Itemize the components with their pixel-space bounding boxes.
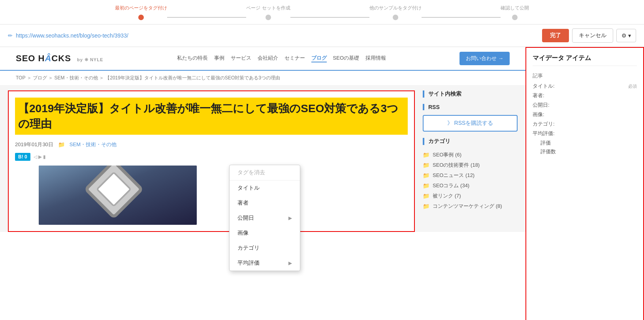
cancel-button[interactable]: キャンセル: [572, 28, 613, 43]
context-menu-category[interactable]: カテゴリ: [230, 241, 300, 256]
category-list: 📁 SEO事例 (6) 📁 SEOの技術要件 (18) 📁 SEOニュース (1…: [423, 150, 518, 211]
nav-link-blog[interactable]: ブログ: [311, 55, 327, 62]
main-layout: SEO HÂCKS by ❊ NYLE 私たちの特長 事例 サービス 会社紹介 …: [0, 47, 644, 320]
progress-step-4: 確認して公開: [501, 5, 529, 20]
rss-button[interactable]: 》 RSSを購読する: [423, 115, 518, 132]
panel-field-image: 画像:: [533, 111, 637, 118]
line-3: [422, 17, 501, 18]
panel-sub-rating: 評価: [540, 139, 637, 147]
menu-author-label: 著者: [237, 200, 249, 207]
url-bar: ✏ https://www.seohacks.net/blog/seo-tech…: [8, 32, 128, 39]
nav-link-features[interactable]: 私たちの特長: [177, 55, 208, 62]
progress-step-2: ページ セットを作成: [246, 5, 290, 20]
cat-name-4: SEOコラム (34): [433, 182, 469, 189]
folder-icon-6: 📁: [423, 203, 429, 209]
context-menu: タグを消去 タイトル 著者 公開日 ▶ 画像: [229, 165, 300, 271]
nav-link-seo[interactable]: SEOの基礎: [333, 55, 359, 62]
folder-icon-1: 📁: [423, 152, 429, 158]
panel-field-date: 公開日:: [533, 102, 637, 109]
panel-field-category: カテゴリ:: [533, 120, 637, 128]
article-box: 【2019年決定版】タイトル改善が唯一無二にして最強のSEO対策である3つの理由…: [8, 90, 415, 232]
by-nyle: by ❊ NYLE: [77, 57, 103, 62]
panel-field-title: タイトル: 必須: [533, 83, 637, 90]
cat-name-2: SEOの技術要件 (18): [433, 162, 480, 169]
panel-field-author: 著者:: [533, 92, 637, 99]
nav-link-company[interactable]: 会社紹介: [258, 55, 278, 62]
field-label-image: 画像:: [533, 111, 564, 118]
list-item: 📁 SEOニュース (12): [423, 170, 518, 181]
panel-field-rating: 平均評価:: [533, 130, 637, 137]
toolbar: ✏ https://www.seohacks.net/blog/seo-tech…: [0, 24, 644, 47]
article-main: 【2019年決定版】タイトル改善が唯一無二にして最強のSEO対策である3つの理由…: [8, 86, 415, 232]
nav-link-seminar[interactable]: セミナー: [284, 55, 305, 62]
panel-section: 記事: [533, 72, 637, 79]
menu-category-label: カテゴリ: [237, 245, 260, 252]
nav-link-recruit[interactable]: 採用情報: [365, 55, 386, 62]
folder-icon-4: 📁: [423, 183, 429, 189]
context-menu-title[interactable]: タイトル: [230, 181, 300, 196]
cat-name-6: コンテンツマーケティング (8): [433, 203, 502, 210]
toolbar-buttons: 完了 キャンセル ⚙ ▾: [542, 28, 636, 43]
context-menu-rating[interactable]: 平均評価 ▶: [230, 256, 300, 271]
site-logo: SEO HÂCKS by ❊ NYLE: [16, 53, 103, 64]
field-label-rating: 平均評価:: [533, 130, 564, 137]
list-item: 📁 SEOの技術要件 (18): [423, 160, 518, 170]
folder-icon-3: 📁: [423, 172, 429, 179]
list-item: 📁 被リンク (7): [423, 191, 518, 201]
contact-button[interactable]: お問い合わせ →: [459, 52, 510, 65]
menu-image-label: 画像: [237, 230, 249, 237]
progress-step-3: 他のサンプルをタグ付け: [369, 5, 422, 20]
panel-title: マイデータ アイテム: [533, 54, 637, 66]
line-1: [167, 17, 246, 18]
context-menu-image[interactable]: 画像: [230, 226, 300, 241]
article-date: 2019年01月30日: [15, 141, 53, 148]
road-sign-svg: [78, 166, 157, 225]
nav-link-services[interactable]: サービス: [231, 55, 251, 62]
site-nav: SEO HÂCKS by ❊ NYLE 私たちの特長 事例 サービス 会社紹介 …: [0, 47, 525, 71]
menu-date-label: 公開日: [237, 215, 254, 222]
context-menu-date[interactable]: 公開日 ▶: [230, 211, 300, 226]
web-content: SEO HÂCKS by ❊ NYLE 私たちの特長 事例 サービス 会社紹介 …: [0, 47, 525, 320]
hatena-button[interactable]: B! 0: [15, 153, 30, 161]
field-label-category: カテゴリ:: [533, 120, 564, 128]
progress-bar: 最初のページをタグ付け ページ セットを作成 他のサンプルをタグ付け 確認して公…: [0, 0, 644, 24]
cat-name-3: SEOニュース (12): [433, 172, 475, 179]
settings-button[interactable]: ⚙ ▾: [616, 29, 636, 42]
right-panel: マイデータ アイテム 記事 タイトル: 必須 著者: 公開日: 画像: カテゴリ…: [525, 47, 644, 320]
step-3-label: 他のサンプルをタグ付け: [369, 5, 422, 11]
sidebar-categories-title: カテゴリ: [423, 138, 518, 145]
menu-rating-label: 平均評価: [237, 260, 260, 267]
article-title: 【2019年決定版】タイトル改善が唯一無二にして最強のSEO対策である3つの理由: [15, 98, 408, 135]
article-sidebar: サイト内検索 RSS 》 RSSを購読する カテゴリ 📁 SEO事例 (6) 📁…: [423, 86, 518, 232]
rating-arrow-icon: ▶: [288, 260, 292, 266]
share-icons: ◁ ▶ ▮: [34, 154, 46, 160]
step-3-dot: [393, 15, 398, 20]
step-4-dot: [512, 15, 518, 20]
breadcrumb: TOP ＞ ブログ ＞ SEM・技術・その他 ＞ 【2019年決定版】タイトル改…: [0, 71, 525, 86]
step-1-label: 最初のページをタグ付け: [115, 5, 167, 11]
nav-link-cases[interactable]: 事例: [214, 55, 224, 62]
step-4-label: 確認して公開: [501, 5, 529, 11]
line-2: [290, 17, 369, 18]
list-item: 📁 SEO事例 (6): [423, 150, 518, 160]
article-meta: 2019年01月30日 📁 SEM・技術・その他: [15, 141, 408, 148]
url-text: https://www.seohacks.net/blog/seo-tech/3…: [16, 32, 128, 39]
sidebar-search-title: サイト内検索: [423, 90, 518, 98]
remove-tag-label: タグを消去: [237, 169, 265, 176]
context-menu-remove: タグを消去: [230, 165, 300, 180]
context-menu-author[interactable]: 著者: [230, 196, 300, 211]
article-social: B! 0 ◁ ▶ ▮: [15, 153, 408, 161]
folder-icon-2: 📁: [423, 162, 429, 168]
sidebar-rss-title: RSS: [423, 104, 518, 110]
cat-name-5: 被リンク (7): [433, 192, 461, 200]
article-category: SEM・技術・その他: [70, 141, 117, 148]
progress-steps: 最初のページをタグ付け ページ セットを作成 他のサンプルをタグ付け 確認して公…: [115, 5, 529, 20]
date-arrow-icon: ▶: [288, 215, 292, 221]
folder-icon-5: 📁: [423, 193, 429, 199]
panel-sub-rating-count: 評価数: [540, 148, 637, 155]
article-area: 【2019年決定版】タイトル改善が唯一無二にして最強のSEO対策である3つの理由…: [0, 86, 525, 232]
step-1-dot: [138, 15, 144, 20]
site-nav-links: 私たちの特長 事例 サービス 会社紹介 セミナー ブログ SEOの基礎 採用情報: [177, 55, 386, 62]
done-button[interactable]: 完了: [542, 29, 569, 42]
field-required-title: 必須: [628, 83, 637, 89]
